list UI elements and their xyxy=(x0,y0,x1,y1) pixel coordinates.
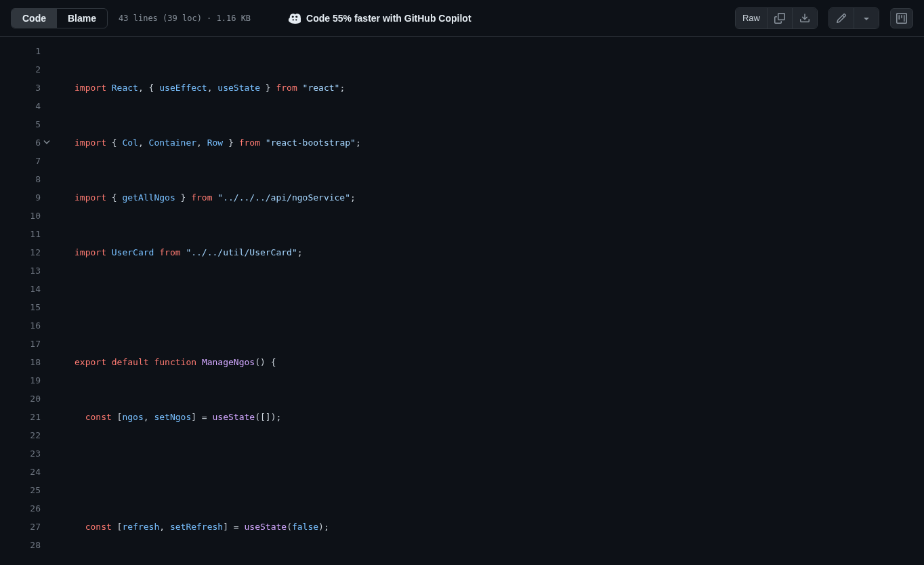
code-line: import { getAllNgos } from "../../../api… xyxy=(75,188,924,207)
line-number[interactable]: 11 xyxy=(0,225,41,243)
file-actions-group: Raw xyxy=(735,7,818,29)
code-line xyxy=(75,298,924,316)
line-number-gutter[interactable]: 1 2 3 4 5 6 7 8 9 10 11 12 13 14 15 16 1… xyxy=(0,42,54,565)
line-number[interactable]: 27 xyxy=(0,518,41,536)
line-number[interactable]: 5 xyxy=(0,115,41,133)
line-number[interactable]: 22 xyxy=(0,426,41,444)
copy-button[interactable] xyxy=(768,8,793,28)
line-number[interactable]: 3 xyxy=(0,79,41,97)
file-toolbar: Code Blame 43 lines (39 loc) · 1.16 KB C… xyxy=(0,0,924,37)
line-number[interactable]: 18 xyxy=(0,353,41,371)
code-line: import React, { useEffect, useState } fr… xyxy=(75,79,924,97)
line-number[interactable]: 15 xyxy=(0,298,41,316)
symbols-button[interactable] xyxy=(890,8,913,28)
line-number[interactable]: 7 xyxy=(0,152,41,170)
blame-tab[interactable]: Blame xyxy=(57,9,107,28)
edit-group xyxy=(828,7,879,29)
code-content[interactable]: import React, { useEffect, useState } fr… xyxy=(54,42,924,565)
line-number[interactable]: 4 xyxy=(0,97,41,115)
pencil-icon xyxy=(836,13,847,24)
code-tab[interactable]: Code xyxy=(12,9,57,28)
download-icon xyxy=(799,13,810,24)
line-number[interactable]: 16 xyxy=(0,316,41,335)
fold-chevron-icon[interactable] xyxy=(42,138,51,147)
code-line xyxy=(75,463,924,481)
edit-button[interactable] xyxy=(829,8,854,28)
code-line: import { Col, Container, Row } from "rea… xyxy=(75,133,924,152)
file-info-text: 43 lines (39 loc) · 1.16 KB xyxy=(119,14,251,23)
line-number[interactable]: 9 xyxy=(0,188,41,207)
chevron-down-icon xyxy=(861,13,872,24)
code-line: export default function ManageNgos() { xyxy=(75,353,924,371)
line-number[interactable]: 21 xyxy=(0,408,41,426)
copilot-banner[interactable]: Code 55% faster with GitHub Copilot xyxy=(289,12,471,24)
line-number[interactable]: 23 xyxy=(0,444,41,463)
line-number[interactable]: 8 xyxy=(0,170,41,188)
code-line: const [ngos, setNgos] = useState([]); xyxy=(75,408,924,426)
symbols-icon xyxy=(896,13,907,24)
line-number[interactable]: 13 xyxy=(0,261,41,280)
line-number[interactable]: 17 xyxy=(0,335,41,353)
download-button[interactable] xyxy=(793,8,817,28)
edit-dropdown[interactable] xyxy=(854,8,879,28)
line-number[interactable]: 20 xyxy=(0,390,41,408)
code-line: import UserCard from "../../util/UserCar… xyxy=(75,243,924,261)
line-number[interactable]: 26 xyxy=(0,499,41,518)
copilot-icon xyxy=(289,12,301,24)
view-tabs: Code Blame xyxy=(11,8,108,28)
line-number[interactable]: 6 xyxy=(0,133,41,152)
raw-button[interactable]: Raw xyxy=(736,8,768,28)
line-number[interactable]: 28 xyxy=(0,536,41,554)
code-line: const [refresh, setRefresh] = useState(f… xyxy=(75,518,924,536)
line-number[interactable]: 10 xyxy=(0,207,41,225)
line-number[interactable]: 1 xyxy=(0,42,41,60)
line-number[interactable]: 24 xyxy=(0,463,41,481)
copilot-text: Code 55% faster with GitHub Copilot xyxy=(306,13,471,24)
line-number[interactable]: 12 xyxy=(0,243,41,261)
line-number[interactable]: 14 xyxy=(0,280,41,298)
line-number[interactable]: 25 xyxy=(0,481,41,499)
line-number[interactable]: 2 xyxy=(0,60,41,79)
copy-icon xyxy=(774,13,785,24)
code-viewer[interactable]: 1 2 3 4 5 6 7 8 9 10 11 12 13 14 15 16 1… xyxy=(0,37,924,565)
line-number[interactable]: 19 xyxy=(0,371,41,390)
